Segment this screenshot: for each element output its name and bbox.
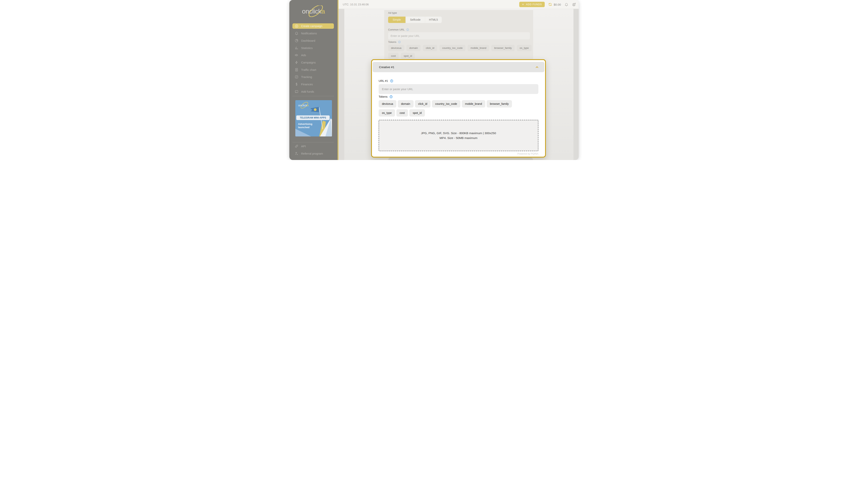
token-chip[interactable]: browser_family: [491, 45, 515, 51]
ad-type-tabs: Simple Selfcode HTML5: [388, 17, 442, 23]
sidebar-item-create-campaign[interactable]: Create campaign: [292, 23, 334, 29]
file-dropzone[interactable]: JPG, PNG, GIF, SVG. Size - 800KB maximum…: [379, 120, 538, 151]
topbar: UTC: 10.31 23:46:06 + ADD FUNDS $0.00: [339, 0, 579, 9]
tab-selfcode[interactable]: Selfcode: [406, 17, 425, 23]
token-chip[interactable]: country_iso_code: [432, 100, 460, 108]
sidebar-footer-nav: API Referral program: [289, 143, 338, 157]
sidebar-item-notifications[interactable]: Notifications: [289, 30, 338, 37]
info-icon[interactable]: [390, 95, 393, 98]
onclicka-logo[interactable]: onclicka: [289, 5, 338, 17]
token-chip[interactable]: click_id: [415, 100, 431, 108]
account-settings-icon[interactable]: [572, 2, 576, 6]
app-window: onclicka Create campaign Notifications: [289, 0, 579, 160]
sidebar-item-referral-program[interactable]: Referral program: [289, 150, 338, 157]
sidebar-item-label: Tracking: [301, 75, 312, 79]
creative-title: Creative #1: [379, 65, 535, 69]
info-icon[interactable]: [390, 79, 393, 83]
token-chip[interactable]: deviceua: [379, 100, 396, 108]
sidebar-item-campaigns[interactable]: Campaigns: [289, 59, 338, 66]
bar-chart-icon: [294, 46, 299, 50]
sidebar-item-statistics[interactable]: Statistics: [289, 44, 338, 52]
next-section-edge: [388, 157, 533, 160]
sidebar-item-label: Ads: [301, 54, 306, 57]
creative-panel-header[interactable]: Creative #1: [373, 62, 544, 72]
url-1-label: URL #1: [379, 79, 538, 82]
token-chip[interactable]: country_iso_code: [439, 45, 466, 51]
token-chip[interactable]: os_type: [517, 45, 532, 51]
powered-by-credit: Powered by PQINA: [379, 152, 538, 155]
lightning-icon: [294, 60, 299, 64]
add-funds-button[interactable]: + ADD FUNDS: [519, 2, 545, 7]
person-arrow-icon: [294, 151, 299, 155]
sidebar-item-label: Referral program: [301, 152, 323, 155]
url-1-input[interactable]: [379, 84, 538, 94]
sidebar-item-label: Notifications: [301, 32, 317, 35]
banner-pill: TELEGRAM MINI-APPS: [296, 115, 330, 120]
balance-amount: $0.00: [554, 3, 561, 6]
sidebar-nav: Notifications Dashboard Statistics Ads: [289, 30, 338, 95]
link-icon: [294, 144, 299, 148]
plus-icon: +: [522, 2, 524, 6]
sidebar: onclicka Create campaign Notifications: [289, 0, 338, 160]
creative-panel: Creative #1 URL #1 Tokens deviceua: [371, 59, 546, 157]
token-chip[interactable]: os_type: [379, 109, 395, 117]
token-chips-row: deviceua domain click_id country_iso_cod…: [379, 100, 538, 108]
pie-chart-icon: [294, 39, 299, 43]
common-url-label: Common URL: [388, 28, 409, 31]
sidebar-item-label: Create campaign: [301, 25, 322, 28]
tab-html5[interactable]: HTML5: [425, 17, 442, 23]
sidebar-item-traffic-chart[interactable]: Traffic chart: [289, 66, 338, 73]
promo-banner[interactable]: onclicka TELEGRAM MINI-APPS Advertising …: [295, 100, 332, 137]
dollar-icon: [294, 82, 299, 86]
balance-display[interactable]: $0.00: [548, 2, 561, 6]
info-icon[interactable]: [398, 40, 401, 43]
sidebar-item-label: Traffic chart: [301, 68, 316, 71]
trend-icon: [294, 75, 299, 79]
token-chip[interactable]: deviceua: [388, 45, 404, 51]
sidebar-divider: [292, 142, 334, 143]
chevron-up-icon[interactable]: [535, 65, 539, 69]
token-chip[interactable]: domain: [398, 100, 413, 108]
sidebar-item-finances[interactable]: Finances: [289, 81, 338, 88]
token-chip[interactable]: mobile_brand: [468, 45, 489, 51]
plus-circle-icon: [294, 24, 299, 28]
tokens-label: Tokens: [379, 95, 538, 98]
token-chip[interactable]: cost: [396, 109, 408, 117]
tab-simple[interactable]: Simple: [388, 17, 405, 23]
sidebar-item-label: Statistics: [301, 46, 313, 50]
speaker-icon: [294, 53, 299, 57]
token-chip[interactable]: spot_id: [401, 53, 415, 59]
page-gutter: [339, 9, 344, 160]
dropzone-requirements-line1: JPG, PNG, GIF, SVG. Size - 800KB maximum…: [421, 131, 496, 135]
bell-icon: [294, 31, 299, 35]
notifications-bell-icon[interactable]: [564, 2, 568, 6]
sidebar-item-add-funds[interactable]: Add funds: [289, 88, 338, 95]
utc-clock: UTC: 10.31 23:46:06: [343, 0, 369, 9]
token-chip[interactable]: browser_family: [487, 100, 512, 108]
topbar-actions: + ADD FUNDS $0.00: [519, 0, 576, 9]
dropzone-requirements-line2: MP4. Size - 50MB maximum: [440, 136, 477, 140]
sidebar-item-tracking[interactable]: Tracking: [289, 73, 338, 81]
token-chips-row: cost spot_id: [388, 53, 415, 59]
banner-logo: onclicka: [298, 103, 309, 107]
sidebar-item-label: Finances: [301, 83, 313, 86]
sidebar-item-ads[interactable]: Ads: [289, 52, 338, 59]
tokens-label: Tokens: [388, 40, 401, 43]
info-icon[interactable]: [406, 28, 409, 31]
token-chip[interactable]: click_id: [423, 45, 437, 51]
common-url-input[interactable]: [388, 32, 530, 39]
token-chip[interactable]: domain: [406, 45, 421, 51]
token-chip[interactable]: cost: [388, 53, 399, 59]
sidebar-item-dashboard[interactable]: Dashboard: [289, 37, 338, 44]
token-chips-row: deviceua domain click_id country_iso_cod…: [388, 45, 532, 51]
token-chips-row: os_type cost spot_id: [379, 109, 538, 117]
token-chip[interactable]: mobile_brand: [462, 100, 485, 108]
token-chip[interactable]: spot_id: [409, 109, 425, 117]
sidebar-item-api[interactable]: API: [289, 143, 338, 150]
document-icon: [294, 68, 299, 72]
sidebar-item-label: API: [301, 145, 306, 148]
refresh-icon[interactable]: [548, 2, 552, 6]
scrollbar-track[interactable]: [574, 9, 579, 160]
sidebar-item-label: Add funds: [301, 90, 314, 93]
logo-ellipse-icon: [289, 5, 338, 17]
